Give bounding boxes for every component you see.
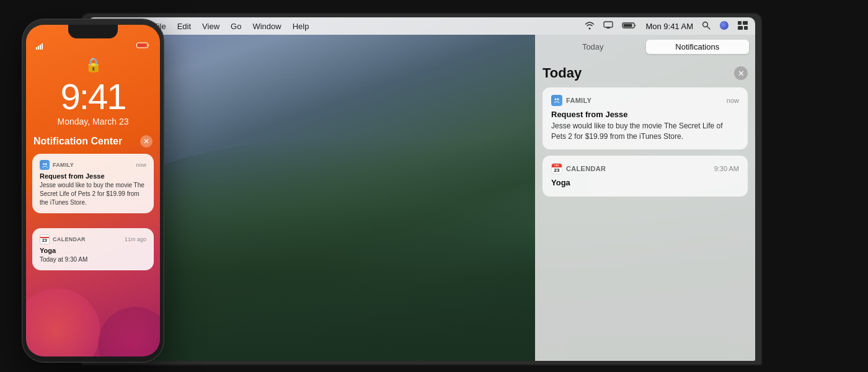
notif-tabs: Today Notifications: [535, 35, 755, 58]
svg-point-19: [45, 163, 46, 165]
svg-rect-0: [604, 22, 613, 27]
go-menu[interactable]: Go: [231, 22, 241, 31]
control-center-icon[interactable]: [738, 21, 748, 32]
iphone-card-app-calendar: 23 CALENDAR: [40, 234, 86, 244]
svg-rect-6: [738, 21, 742, 25]
macbook-body: 🍎 Finder File Edit View Go Window Help: [81, 12, 763, 366]
scene: 🍎 Finder File Edit View Go Window Help: [0, 0, 868, 372]
svg-line-4: [707, 26, 711, 29]
iphone-family-title: Request from Jesse: [40, 172, 146, 180]
menubar-time: Mon 9:41 AM: [645, 22, 693, 31]
blob2: [98, 307, 160, 356]
calendar-notif-time: 9:30 AM: [714, 165, 739, 172]
svg-rect-9: [744, 26, 748, 30]
iphone-time: 9:41: [61, 76, 126, 117]
family-app-icon: [551, 95, 562, 106]
iphone-card-calendar: 23 CALENDAR 11m ago Yoga Today at 9:30 A…: [32, 228, 154, 270]
macbook: 🍎 Finder File Edit View Go Window Help: [81, 12, 763, 366]
notif-card-app-family: FAMILY: [551, 95, 591, 106]
tab-notifications[interactable]: Notifications: [646, 40, 750, 54]
iphone-calendar-icon: 23: [40, 234, 50, 244]
iphone-calendar-title: Yoga: [40, 247, 146, 254]
calendar-app-name: CALENDAR: [566, 165, 606, 172]
macbook-screen-bezel: 🍎 Finder File Edit View Go Window Help: [88, 17, 755, 361]
view-menu[interactable]: View: [202, 22, 219, 31]
iphone-card-family: FAMILY now Request from Jesse Jesse woul…: [32, 154, 154, 213]
svg-rect-13: [38, 46, 39, 50]
wifi-icon[interactable]: [585, 21, 595, 32]
svg-point-18: [43, 163, 45, 165]
iphone-nc-header: Notification Center ✕: [33, 135, 153, 148]
notif-today-title: Today: [542, 65, 582, 81]
window-menu[interactable]: Window: [252, 22, 281, 31]
notif-card-family-header: FAMILY now: [551, 95, 739, 106]
cal-icon-top: CAL: [552, 163, 562, 167]
iphone-battery-icon: [136, 42, 150, 50]
notif-card-calendar-header: CAL 23 CALENDAR 9:30 AM: [551, 163, 739, 174]
tab-today[interactable]: Today: [541, 40, 645, 54]
family-notif-title: Request from Jesse: [551, 110, 739, 119]
iphone-card-family-header: FAMILY now: [40, 160, 146, 170]
iphone-date: Monday, March 23: [58, 117, 129, 126]
blob1: [26, 288, 100, 356]
svg-rect-15: [42, 43, 43, 50]
battery-icon: [622, 21, 637, 31]
notif-body: Today ✕: [535, 58, 755, 361]
siri-icon[interactable]: [719, 20, 729, 32]
notif-card-family: FAMILY now Request from Jesse Jesse woul…: [542, 87, 748, 149]
iphone-family-icon: [40, 160, 50, 170]
iphone-family-app-name: FAMILY: [53, 162, 74, 168]
notif-section-header: Today ✕: [542, 65, 748, 81]
notif-card-calendar: CAL 23 CALENDAR 9:30 AM Yoga: [542, 156, 748, 197]
menubar-right: Mon 9:41 AM: [585, 20, 755, 32]
iphone-signal: [36, 43, 43, 50]
iphone-calendar-body: Today at 9:30 AM: [40, 255, 146, 264]
svg-rect-7: [743, 21, 748, 25]
iphone-card-calendar-header: 23 CALENDAR 11m ago: [40, 234, 146, 244]
family-notif-time: now: [727, 97, 739, 104]
iphone-nc-close-button[interactable]: ✕: [140, 135, 153, 148]
svg-rect-12: [36, 47, 37, 50]
svg-point-10: [555, 99, 557, 100]
svg-rect-8: [738, 26, 743, 30]
iphone-family-body: Jesse would like to buy the movie The Se…: [40, 181, 146, 207]
iphone-notch: [68, 25, 118, 38]
calendar-notif-title: Yoga: [551, 178, 739, 187]
iphone-calendar-time: 11m ago: [125, 236, 146, 242]
cal-icon-num: 23: [554, 167, 560, 174]
iphone-lock-icon: 🔒: [85, 57, 102, 73]
airplay-icon[interactable]: [603, 21, 613, 31]
iphone-screen: 🔒 9:41 Monday, March 23 Notification Cen…: [26, 25, 160, 356]
iphone-card-app-family: FAMILY: [40, 160, 74, 170]
search-icon[interactable]: [702, 21, 711, 32]
iphone-blob: [26, 282, 160, 356]
svg-rect-14: [40, 45, 41, 50]
iphone-calendar-app-name: CALENDAR: [53, 236, 86, 242]
iphone: 🔒 9:41 Monday, March 23 Notification Cen…: [22, 19, 164, 363]
svg-point-5: [720, 21, 728, 30]
calendar-app-icon: CAL 23: [551, 163, 562, 174]
notif-card-app-calendar: CAL 23 CALENDAR: [551, 163, 606, 174]
notification-panel: Today Notifications Today ✕: [535, 35, 755, 361]
iphone-cal-num: 23: [42, 238, 47, 242]
family-notif-body: Jesse would like to buy the movie The Se…: [551, 121, 739, 142]
svg-rect-17: [138, 44, 146, 47]
svg-rect-2: [624, 24, 632, 27]
family-app-name: FAMILY: [566, 97, 591, 104]
iphone-nc-title: Notification Center: [33, 136, 122, 147]
menubar: 🍎 Finder File Edit View Go Window Help: [88, 17, 755, 35]
notif-clear-button[interactable]: ✕: [734, 66, 748, 80]
edit-menu[interactable]: Edit: [177, 22, 191, 31]
iphone-family-time: now: [136, 162, 146, 168]
help-menu[interactable]: Help: [293, 22, 309, 31]
svg-point-11: [557, 99, 559, 100]
